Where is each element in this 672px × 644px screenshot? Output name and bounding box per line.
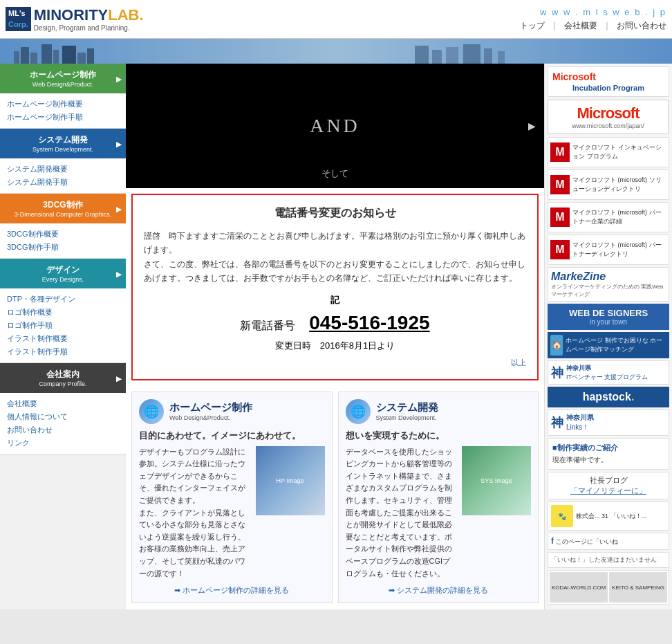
- service-cards: 🌐 ホームページ制作 Web Design&Product. 目的にあわせて。イ…: [126, 386, 544, 609]
- kodai-item-1[interactable]: KODAI-WORLD.COM: [550, 572, 608, 602]
- ms-badge-1[interactable]: M マイクロソフト インキュベーション プログラム: [548, 137, 669, 167]
- ms-badge-4[interactable]: M マイクロソフト (microsoft) パートナーディレクトリ: [548, 234, 669, 265]
- sidebar-link-company-overview[interactable]: 会社概要: [7, 397, 119, 410]
- card-en-hp: Web Design&Product.: [169, 414, 252, 421]
- svg-rect-13: [484, 48, 492, 64]
- sidebar-link-sys-steps[interactable]: システム開発手順: [7, 176, 119, 189]
- kanagawa-it-block[interactable]: 神 神奈川県 ITベンチャー 支援プログラム: [548, 360, 669, 385]
- kanagawa-logo: 神: [551, 365, 563, 381]
- kabushiki-block[interactable]: 🐾 株式会... 31 「いいね！...: [548, 502, 669, 531]
- notice-phone-number: 045-516-1925: [309, 312, 429, 333]
- sidebar-link-hp-overview[interactable]: ホームページ制作概要: [7, 98, 119, 111]
- svg-rect-10: [432, 50, 442, 64]
- sidebar-link-hp-steps[interactable]: ホームページ制作手順: [7, 111, 119, 124]
- sidebar-links-design: DTP・各種デザイン ロゴ制作概要 ロゴ制作手順 イラスト制作概要 イラスト制作…: [0, 288, 126, 363]
- seiseki-title: ■制作実績のご紹介: [552, 443, 664, 453]
- m-text-4: マイクロソフト (microsoft) パートナーディレクトリ: [572, 241, 666, 258]
- card-link-sys-anchor[interactable]: ➡ システム開発の詳細を見る: [389, 586, 488, 594]
- logo-mls: ML'sCorp.: [6, 7, 31, 31]
- notice-footer: 以上: [144, 358, 526, 368]
- ms-link: www.microsoft.com/japan/: [572, 122, 644, 129]
- card-header-hp: 🌐 ホームページ制作 Web Design&Product.: [139, 399, 325, 424]
- ms-incubation-title: Incubation Program: [552, 84, 664, 92]
- kabushiki-icon: 🐾: [551, 505, 573, 527]
- sidebar-link-3dcg-steps[interactable]: 3DCG制作手順: [7, 241, 119, 254]
- city-banner-svg: [0, 39, 672, 64]
- sidebar-section-company: 会社案内 Company Profile. ▶ 会社概要 個人情報について お問…: [0, 363, 126, 454]
- slideshow: AND そして ▶: [126, 64, 544, 188]
- sidebar-header-design[interactable]: デザイン Every Designs. ▶: [0, 259, 126, 288]
- sidebar-link-3dcg-overview[interactable]: 3DCG制作概要: [7, 228, 119, 241]
- m-icon-4: M: [550, 240, 570, 259]
- sidebar-link-logo-overview[interactable]: ロゴ制作概要: [7, 306, 119, 319]
- card-link-sys: ➡ システム開発の詳細を見る: [346, 585, 532, 596]
- sidebar-link-contact[interactable]: お問い合わせ: [7, 423, 119, 436]
- sidebar-links-system: システム開発概要 システム開発手順: [0, 158, 126, 194]
- sidebar-link-links[interactable]: リンク: [7, 436, 119, 450]
- svg-rect-2: [21, 47, 29, 64]
- kanagawa-links-text: 神奈川県 Links！: [566, 413, 594, 432]
- web-designers-block[interactable]: WEB DE SIGNERS in your town: [548, 304, 669, 330]
- card-link-hp: ➡ ホームページ制作の詳細を見る: [139, 585, 325, 596]
- svg-rect-0: [0, 39, 672, 64]
- sidebar-header-company[interactable]: 会社案内 Company Profile. ▶: [0, 363, 126, 393]
- card-icon-sys: 🌐: [346, 399, 371, 424]
- ms-badge-3[interactable]: M マイクロソフト (microsoft) パートナー企業の詳細: [548, 202, 669, 232]
- content: AND そして ▶ 電話番号変更のお知らせ 謹啓 時下ますますご清栄のこととお喜…: [126, 64, 544, 609]
- hapstock-title: hapstock.: [552, 391, 665, 403]
- blog-title: 社長ブログ: [551, 475, 666, 486]
- slide-next-arrow[interactable]: ▶: [524, 118, 540, 134]
- sidebar-link-logo-steps[interactable]: ロゴ制作手順: [7, 319, 119, 332]
- sidebar-section-design: デザイン Every Designs. ▶ DTP・各種デザイン ロゴ制作概要 …: [0, 259, 126, 363]
- nav-company[interactable]: 会社概要: [564, 20, 597, 32]
- svg-rect-9: [415, 46, 429, 64]
- sidebar-section-system: システム開発 System Development. ▶ システム開発概要 シス…: [0, 129, 126, 194]
- seiseki-text: 現在準備中です。: [552, 455, 664, 465]
- card-link-hp-anchor[interactable]: ➡ ホームページ制作の詳細を見る: [174, 586, 289, 594]
- card-text-sys: データベースを使用したショッピングカートから顧客管理等のイントラネット構築まで、…: [346, 446, 458, 580]
- logo-title: MINORITYLAB. Design, Program and Plannin…: [34, 6, 144, 32]
- sidebar-link-illust-overview[interactable]: イラスト制作概要: [7, 332, 119, 345]
- card-content-sys: データベースを使用したショッピングカートから顧客管理等のイントラネット構築まで、…: [346, 446, 532, 580]
- sidebar-header-3dcg[interactable]: 3DCG制作 3-Dimensional Computer Graphics. …: [0, 194, 126, 223]
- nav-contact[interactable]: お問い合わせ: [617, 20, 666, 32]
- ms-incubation-block: Microsoft Incubation Program: [548, 66, 669, 97]
- marketzine-sub: オンラインマーケティングのための 実践Webマーケティング: [551, 283, 666, 298]
- kodai-block: KODAI-WORLD.COM KEITO & SAMPEING: [548, 570, 669, 605]
- card-text-hp: デザイナーもプログラム設計に参加。システム仕様に沿ったウェブデザインができるから…: [139, 446, 252, 580]
- microsoft-main-block: Microsoft www.microsoft.com/japan/: [548, 100, 669, 134]
- seiseki-block: ■制作実績のご紹介 現在準備中です。: [548, 438, 669, 470]
- marketzine-block[interactable]: MarkeZine オンラインマーケティングのための 実践Webマーケティング: [548, 267, 669, 302]
- marketzine-title: MarkeZine: [551, 270, 666, 283]
- sidebar-header-system[interactable]: システム開発 System Development. ▶: [0, 129, 126, 158]
- svg-rect-7: [77, 53, 86, 64]
- home-matching-block[interactable]: 🏠 ホームページ 制作でお困りな ホームページ制作マッチング: [548, 332, 669, 358]
- sidebar-link-privacy[interactable]: 個人情報について: [7, 410, 119, 423]
- sidebar-link-dtp[interactable]: DTP・各種デザイン: [7, 293, 119, 306]
- card-tagline-hp: 目的にあわせて。イメージにあわせて。: [139, 430, 325, 442]
- sidebar-link-sys-overview[interactable]: システム開発概要: [7, 163, 119, 176]
- kanagawa-links-block[interactable]: 神 神奈川県 Links！: [548, 410, 669, 436]
- home-icon: 🏠: [550, 335, 563, 356]
- logo-brand: MINORITYLAB.: [34, 6, 144, 24]
- sidebar-section-3dcg: 3DCG制作 3-Dimensional Computer Graphics. …: [0, 194, 126, 259]
- microsoft-badge[interactable]: Microsoft www.microsoft.com/japan/: [548, 100, 669, 134]
- svg-rect-4: [41, 44, 52, 64]
- sidebar-link-illust-steps[interactable]: イラスト制作手順: [7, 345, 119, 358]
- notice-phone: 新電話番号 045-516-1925: [144, 312, 526, 334]
- logo-area: ML'sCorp. MINORITYLAB. Design, Program a…: [6, 6, 144, 32]
- kodai-item-2[interactable]: KEITO & SAMPEING: [609, 572, 667, 602]
- m-icon-3: M: [550, 208, 570, 227]
- kanagawa-it-text: 神奈川県 ITベンチャー 支援プログラム: [566, 364, 648, 381]
- nav-top[interactable]: トップ: [520, 20, 545, 32]
- hapstock-block[interactable]: hapstock.: [548, 387, 669, 407]
- header-right: w w w . m l s w e b . j p トップ ｜ 会社概要 ｜ お…: [520, 7, 666, 32]
- friends-block: 「いいね！」した友達はまだいません: [548, 552, 669, 568]
- home-matching-text: ホームページ 制作でお困りな ホームページ制作マッチング: [566, 336, 666, 353]
- svg-rect-5: [53, 50, 59, 64]
- svg-rect-6: [62, 46, 76, 64]
- facebook-this-text: このページに「いいね: [556, 538, 618, 545]
- sidebar-header-homepage[interactable]: ホームページ制作 Web Design&Product. ▶: [0, 64, 126, 93]
- ms-badge-2[interactable]: M マイクロソフト (microsoft) ソリューションディレクトリ: [548, 169, 669, 200]
- blog-link[interactable]: 「マイノリティーに」: [551, 486, 666, 496]
